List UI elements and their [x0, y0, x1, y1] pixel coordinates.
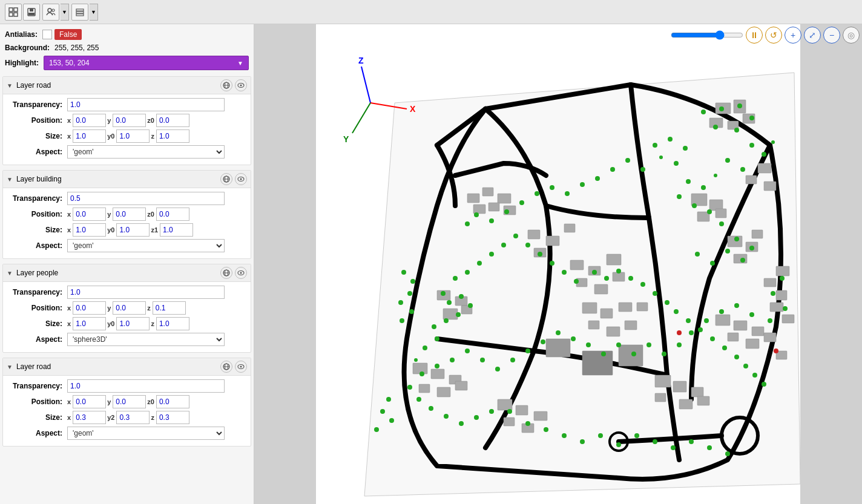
- svg-rect-0: [9, 8, 13, 11]
- size-y-input-3[interactable]: [116, 411, 150, 424]
- size-x-input-3[interactable]: [73, 411, 106, 424]
- background-row: Background: 255, 255, 255: [2, 44, 251, 52]
- svg-point-211: [625, 158, 630, 163]
- position-row-3: Position: x y z0: [8, 395, 246, 408]
- layer-collapse-arrow-2: ▼: [7, 270, 13, 277]
- svg-rect-10: [76, 11, 84, 13]
- layer-header-2[interactable]: ▼ Layer people: [3, 264, 251, 282]
- viewport[interactable]: ⏸ ↺ + ⤢ − ◎ Z X Y: [254, 24, 862, 504]
- pos-y-input-0[interactable]: [113, 114, 146, 127]
- svg-point-159: [541, 339, 545, 344]
- settings-button[interactable]: ◎: [843, 27, 860, 44]
- svg-point-207: [683, 146, 688, 151]
- aspect-select-2[interactable]: 'sphere3D': [67, 333, 225, 346]
- size-z-input-0[interactable]: [156, 129, 189, 143]
- pos-y-input-1[interactable]: [113, 208, 146, 221]
- size-x-input-1[interactable]: [73, 223, 106, 237]
- antialias-checkbox[interactable]: [42, 30, 52, 39]
- size-y-input-0[interactable]: [116, 129, 150, 143]
- position-coords-1: x y z0: [67, 208, 189, 221]
- size-row-2: Size: x y0 z: [8, 317, 246, 330]
- svg-point-143: [783, 306, 788, 311]
- size-y-label-2: y0: [107, 320, 114, 327]
- svg-rect-90: [455, 381, 467, 390]
- highlight-value: 153, 50, 204: [49, 59, 90, 67]
- layers-button[interactable]: [71, 4, 88, 21]
- pos-y-input-2[interactable]: [113, 301, 146, 315]
- svg-point-215: [565, 191, 570, 196]
- pos-x-input-0[interactable]: [73, 114, 106, 127]
- svg-point-125: [749, 143, 754, 148]
- aspect-select-3[interactable]: 'geom': [67, 427, 225, 440]
- size-y-input-2[interactable]: [116, 317, 150, 330]
- aspect-label-3: Aspect:: [8, 429, 62, 437]
- svg-point-206: [668, 137, 673, 142]
- svg-point-185: [538, 252, 542, 257]
- layer-eye-btn-0[interactable]: [235, 79, 247, 91]
- layer-eye-btn-3[interactable]: [235, 361, 247, 373]
- pos-x-input-1[interactable]: [73, 208, 106, 221]
- grid-button[interactable]: [5, 4, 22, 21]
- layer-eye-btn-1[interactable]: [235, 173, 247, 185]
- pos-z-input-2[interactable]: [153, 301, 186, 315]
- pause-button[interactable]: ⏸: [746, 27, 763, 44]
- transparency-input-0[interactable]: [67, 98, 225, 111]
- aspect-select-1[interactable]: 'geom': [67, 239, 225, 252]
- layer-header-3[interactable]: ▼ Layer road: [3, 358, 251, 376]
- svg-point-193: [640, 282, 645, 287]
- transparency-input-2[interactable]: [67, 286, 225, 299]
- svg-point-133: [707, 209, 712, 214]
- size-z-input-3[interactable]: [156, 411, 189, 424]
- svg-point-142: [771, 291, 775, 296]
- layer-eye-btn-2[interactable]: [235, 267, 247, 279]
- save-button[interactable]: [23, 4, 40, 21]
- size-y-label-0: y0: [107, 133, 114, 140]
- aspect-select-0[interactable]: 'geom': [67, 145, 225, 159]
- layer-world-btn-3[interactable]: [220, 361, 232, 373]
- svg-point-161: [510, 358, 515, 362]
- antialias-button[interactable]: False: [54, 29, 82, 40]
- size-z-input-1[interactable]: [160, 223, 193, 237]
- size-y-input-1[interactable]: [116, 223, 150, 237]
- highlight-dropdown[interactable]: 153, 50, 204 ▼: [44, 56, 249, 70]
- users-button[interactable]: [42, 4, 59, 21]
- transparency-input-1[interactable]: [67, 192, 225, 205]
- eye-icon-0: [237, 82, 245, 89]
- transparency-row-2: Transparency:: [8, 286, 246, 299]
- layer-world-btn-0[interactable]: [220, 79, 232, 91]
- size-x-input-0[interactable]: [73, 129, 106, 143]
- layer-header-1[interactable]: ▼ Layer building: [3, 171, 251, 188]
- size-x-input-2[interactable]: [73, 317, 106, 330]
- layer-world-btn-1[interactable]: [220, 173, 232, 185]
- pos-z-input-3[interactable]: [156, 395, 189, 408]
- svg-point-118: [737, 103, 742, 108]
- refresh-button[interactable]: ↺: [765, 27, 782, 44]
- pos-y-input-3[interactable]: [113, 395, 146, 408]
- users-dropdown-arrow[interactable]: ▼: [61, 4, 69, 21]
- transparency-input-3[interactable]: [67, 379, 225, 393]
- pos-x-input-3[interactable]: [73, 395, 106, 408]
- transparency-label-0: Transparency:: [8, 100, 62, 109]
- layers-dropdown-arrow[interactable]: ▼: [90, 4, 98, 21]
- zoom-slider[interactable]: [671, 30, 743, 40]
- svg-point-144: [768, 318, 772, 323]
- pos-x-label-1: x: [67, 211, 71, 218]
- size-x-label-1: x: [67, 226, 71, 234]
- svg-rect-1: [14, 8, 18, 11]
- svg-point-226: [525, 421, 530, 426]
- plus-button[interactable]: +: [785, 27, 801, 44]
- layer-header-0[interactable]: ▼ Layer road: [3, 77, 251, 94]
- pos-z-input-1[interactable]: [156, 208, 189, 221]
- layer-world-btn-2[interactable]: [220, 267, 232, 279]
- minus-button[interactable]: −: [823, 27, 840, 44]
- size-z-input-2[interactable]: [156, 317, 189, 330]
- pos-z-input-0[interactable]: [156, 114, 189, 127]
- svg-point-240: [429, 406, 433, 411]
- expand-button[interactable]: ⤢: [804, 27, 821, 44]
- svg-rect-109: [546, 339, 570, 357]
- pos-x-input-2[interactable]: [73, 301, 106, 315]
- svg-point-167: [419, 371, 424, 376]
- layer-body-0: Transparency: Position: x y z0 Size: x: [3, 94, 251, 165]
- highlight-row: Highlight: 153, 50, 204 ▼: [2, 56, 251, 70]
- svg-point-249: [401, 270, 406, 275]
